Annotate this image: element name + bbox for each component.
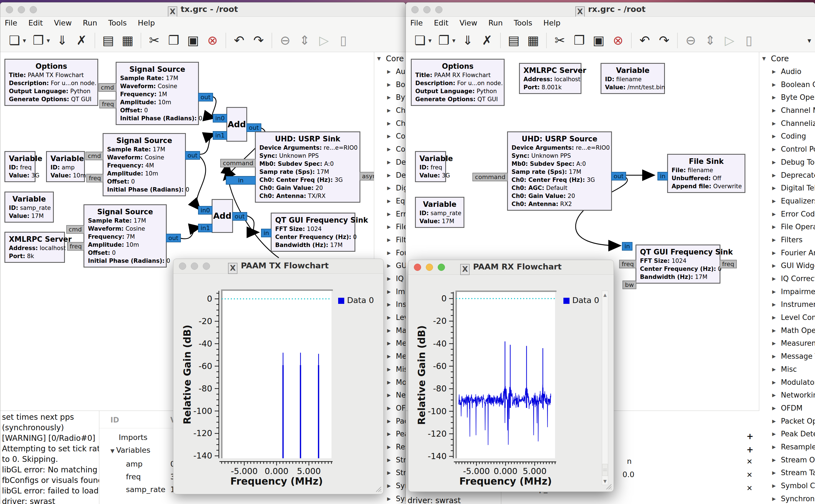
close-icon[interactable]: ✗ <box>72 31 91 50</box>
menu-run[interactable]: Run <box>83 19 97 27</box>
library-category-resamplers[interactable]: ▶Resamplers <box>759 441 815 454</box>
variable-row-amp[interactable]: amp <box>126 460 143 468</box>
in-port[interactable]: in <box>261 229 271 237</box>
undo-icon[interactable]: ↶ <box>635 31 654 50</box>
library-category-ofdm[interactable]: ▶OFDM <box>759 402 815 415</box>
block-variable-freq[interactable]: VariableID: freqValue: 3G <box>4 151 35 182</box>
library-category-stream-tag-tools[interactable]: ▶Stream Tag Tools <box>759 466 815 479</box>
menu-tools[interactable]: Tools <box>108 19 127 27</box>
freq-port[interactable]: freq <box>720 260 737 268</box>
out-port[interactable]: out <box>166 234 181 242</box>
library-category-digital-television[interactable]: ▶Digital Television <box>374 182 406 195</box>
titlebar[interactable]: Xrx.grc - /root <box>406 2 815 17</box>
out-port[interactable]: out <box>198 93 213 101</box>
library-category-packet-operators[interactable]: ▶Packet Operators <box>759 414 815 427</box>
library-category-equalizers[interactable]: ▶Equalizers <box>374 195 406 208</box>
in0-port[interactable]: in0 <box>213 114 227 123</box>
freq-port[interactable]: freq <box>86 174 103 182</box>
block-options[interactable]: OptionsTitle: PAAM RX FlowchartDescripti… <box>411 59 505 106</box>
menu-run[interactable]: Run <box>489 19 503 27</box>
variable-row-variables[interactable]: ▼ Variables <box>110 446 150 454</box>
cmd-port[interactable]: cmd <box>66 225 85 234</box>
print-icon[interactable]: ▦ <box>118 31 137 50</box>
copy-icon[interactable]: ❐ <box>570 31 589 50</box>
in0-port[interactable]: in0 <box>198 206 212 215</box>
library-category-level-controllers[interactable]: ▶Level Controllers <box>759 311 815 324</box>
library-category-control-port[interactable]: ▶Control Port <box>374 143 406 156</box>
menu-file[interactable]: File <box>5 19 17 27</box>
paste-icon[interactable]: ▣ <box>589 31 608 50</box>
library-category-channelizers[interactable]: ▶Channelizers <box>374 117 406 130</box>
library-category-channel-models[interactable]: ▶Channel Models <box>374 104 406 117</box>
library-category-file-operations[interactable]: ▶File Operations <box>759 220 815 233</box>
library-category-core[interactable]: ▼Core <box>374 52 406 65</box>
library-category-synchronizers[interactable]: ▶Synchronizers <box>759 492 815 504</box>
toolbar-overflow-icon[interactable]: ▾ <box>808 36 811 45</box>
library-category-byte-operators[interactable]: ▶Byte Operators <box>759 91 815 104</box>
library-category-fourier-analysis[interactable]: ▶Fourier Analysis <box>374 246 406 259</box>
block-options[interactable]: OptionsTitle: PAAM TX FlowchartDescripti… <box>4 59 98 106</box>
library-category-filters[interactable]: ▶Filters <box>374 233 406 246</box>
library-category-debug-tools[interactable]: ▶Debug Tools <box>759 156 815 169</box>
block-signal-source-1m[interactable]: Signal SourceSample Rate: 17MWaveform: C… <box>116 62 199 125</box>
in-port[interactable]: in <box>658 172 668 180</box>
block-add-1[interactable]: Addin0in1out <box>226 107 247 142</box>
block-file-sink[interactable]: File SinkFile: filenameUnbuffered: OffAp… <box>667 154 745 193</box>
qt-plot-window-tx[interactable]: XPAAM TX Flowchart 0-20-40-60-80-100-120… <box>173 259 383 494</box>
library-category-modulators[interactable]: ▶Modulators <box>759 376 815 389</box>
library-category-gui-widgets[interactable]: ▶GUI Widgets <box>759 259 815 272</box>
variable-row-samp_rate[interactable]: samp_rate <box>126 485 165 494</box>
copy-icon[interactable]: ❐ <box>164 31 183 50</box>
block-variable-samp-rate[interactable]: VariableID: samp_rateValue: 17M <box>415 197 465 228</box>
save-icon[interactable]: ⇓ <box>458 31 478 50</box>
block-xmlrpc-server[interactable]: XMLRPC ServerAddress: localhostPort: 8k <box>4 232 65 263</box>
menu-tools[interactable]: Tools <box>514 19 532 27</box>
variable-row-freq[interactable]: freq <box>126 472 141 481</box>
out-port[interactable]: out <box>185 151 200 160</box>
new-flowgraph-caret-icon[interactable]: ▾ <box>20 31 29 50</box>
in-port[interactable]: in <box>622 242 633 251</box>
library-category-impairment-models[interactable]: ▶Impairment Models <box>759 285 815 298</box>
block-uhd-usrp-source[interactable]: UHD: USRP SourceDevice Arguments: re...e… <box>507 131 612 211</box>
freq-port[interactable]: freq <box>99 100 116 108</box>
library-category-symbol-coding[interactable]: ▶Symbol Coding <box>759 479 815 492</box>
in-port[interactable]: in <box>226 176 256 185</box>
delete-variable-button[interactable]: ✕ <box>747 457 753 466</box>
freq-port[interactable]: freq <box>619 260 636 268</box>
out-port[interactable]: out <box>611 172 626 180</box>
cmd-port[interactable]: cmd <box>85 152 104 160</box>
errors-icon[interactable]: ⊖ <box>681 31 700 50</box>
cut-icon[interactable]: ✂ <box>144 31 164 50</box>
library-category-message-tools[interactable]: ▶Message Tools <box>759 350 815 363</box>
open-flowgraph-caret-icon[interactable]: ▾ <box>44 31 52 50</box>
block-signal-source-4m[interactable]: Signal SourceSample Rate: 17MWaveform: C… <box>103 133 186 196</box>
library-category-filters[interactable]: ▶Filters <box>759 233 815 246</box>
print-icon[interactable]: ▦ <box>524 31 543 50</box>
kill-icon[interactable]: ▯ <box>334 31 353 50</box>
menu-edit[interactable]: Edit <box>434 19 448 27</box>
cmd-port[interactable]: cmd <box>98 83 117 92</box>
block-add-2[interactable]: Addin0in1out <box>212 199 233 233</box>
menu-help[interactable]: Help <box>138 19 155 27</box>
library-category-deprecated[interactable]: ▶Deprecated <box>374 169 406 182</box>
close-icon[interactable]: ✗ <box>478 31 497 50</box>
library-category-peak-detectors[interactable]: ▶Peak Detectors <box>759 427 815 441</box>
library-category-fourier-analysis[interactable]: ▶Fourier Analysis <box>759 246 815 259</box>
library-category-equalizers[interactable]: ▶Equalizers <box>759 195 815 208</box>
redo-icon[interactable]: ↷ <box>654 31 674 50</box>
run-icon[interactable]: ▷ <box>314 31 334 50</box>
library-category-channelizers[interactable]: ▶Channelizers <box>759 117 815 130</box>
library-category-error-coding[interactable]: ▶Error Coding <box>374 207 406 220</box>
kill-icon[interactable]: ▯ <box>739 31 759 50</box>
paste-icon[interactable]: ▣ <box>183 31 203 50</box>
titlebar[interactable]: Xtx.grc - /root <box>0 2 405 17</box>
library-category-byte-operators[interactable]: ▶Byte Operators <box>374 91 406 104</box>
library-category-digital-television[interactable]: ▶Digital Television <box>759 182 815 195</box>
run-icon[interactable]: ▷ <box>720 31 739 50</box>
library-category-control-port[interactable]: ▶Control Port <box>759 143 815 156</box>
menu-help[interactable]: Help <box>544 19 561 27</box>
in1-port[interactable]: in1 <box>198 224 212 232</box>
library-category-core[interactable]: ▼Core <box>759 52 815 65</box>
errors-icon[interactable]: ⊖ <box>275 31 295 50</box>
in1-port[interactable]: in1 <box>213 131 227 140</box>
